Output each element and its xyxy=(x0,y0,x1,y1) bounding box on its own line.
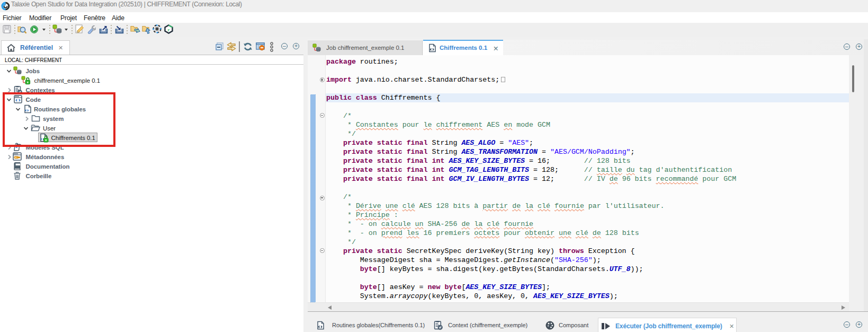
svg-text:r: r xyxy=(168,27,170,32)
